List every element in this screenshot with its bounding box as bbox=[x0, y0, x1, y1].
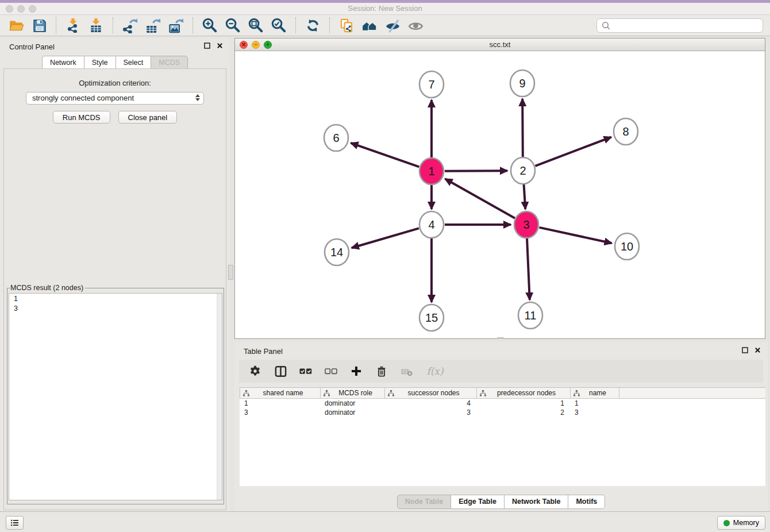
show-panels-button[interactable] bbox=[6, 516, 24, 530]
graph-edge-2-8[interactable] bbox=[536, 137, 611, 166]
close-panel-button[interactable]: Close panel bbox=[118, 111, 178, 124]
network-window-title: scc.txt bbox=[235, 38, 765, 51]
column-label: predecessor nodes bbox=[491, 389, 556, 397]
minimize-window-icon[interactable] bbox=[17, 5, 25, 13]
column-header-MCDS-role[interactable]: MCDS role bbox=[321, 388, 385, 398]
export-table-button[interactable] bbox=[141, 16, 164, 34]
zoom-fit-button[interactable] bbox=[244, 16, 267, 34]
panel-splitter-handle[interactable] bbox=[228, 265, 233, 280]
show-columns-button[interactable] bbox=[274, 364, 287, 378]
save-session-button[interactable] bbox=[28, 16, 51, 34]
graph-node-4[interactable]: 4 bbox=[419, 211, 444, 238]
show-all-views-button[interactable] bbox=[358, 16, 381, 34]
result-scrollbar[interactable] bbox=[217, 294, 222, 500]
search-field[interactable] bbox=[596, 18, 763, 33]
search-input[interactable] bbox=[614, 21, 763, 30]
copy-current-view-button[interactable] bbox=[335, 16, 358, 34]
graph-edge-4-14[interactable] bbox=[352, 228, 419, 248]
graph-canvas[interactable]: 7968124314101511 bbox=[235, 51, 765, 338]
main-toolbar bbox=[0, 15, 770, 36]
mcds-result-group: MCDS result (2 nodes) 1 3 bbox=[7, 284, 224, 504]
graph-edge-3-11[interactable] bbox=[527, 238, 530, 300]
graph-node-2[interactable]: 2 bbox=[511, 157, 535, 184]
svg-text:2: 2 bbox=[519, 164, 526, 177]
graph-edge-2-9[interactable] bbox=[522, 99, 523, 157]
import-table-button[interactable] bbox=[84, 16, 107, 34]
memory-button[interactable]: Memory bbox=[717, 516, 765, 530]
table-settings-button[interactable] bbox=[248, 364, 262, 378]
graph-node-14[interactable]: 14 bbox=[325, 239, 349, 265]
graph-edge-2-3[interactable] bbox=[523, 184, 525, 209]
export-image-icon bbox=[168, 18, 184, 33]
delete-column-button[interactable] bbox=[375, 364, 388, 378]
run-mcds-button[interactable]: Run MCDS bbox=[53, 111, 110, 124]
graph-node-1[interactable]: 1 bbox=[419, 158, 444, 184]
column-label: shared name bbox=[257, 389, 303, 397]
toolbar-separator bbox=[295, 17, 296, 33]
graph-node-8[interactable]: 8 bbox=[614, 118, 638, 145]
graph-node-10[interactable]: 10 bbox=[615, 233, 639, 260]
open-session-button[interactable] bbox=[5, 16, 28, 34]
maximize-window-icon[interactable] bbox=[29, 5, 36, 13]
table-cell: 2 bbox=[476, 408, 570, 417]
column-header-successor-nodes[interactable]: successor nodes bbox=[385, 388, 477, 398]
column-header-name[interactable]: name bbox=[571, 388, 619, 398]
zoom-out-button[interactable] bbox=[221, 16, 244, 34]
svg-text:8: 8 bbox=[622, 125, 629, 138]
tab-network-table[interactable]: Network Table bbox=[505, 495, 569, 509]
add-column-button[interactable] bbox=[349, 364, 363, 378]
graph-node-6[interactable]: 6 bbox=[324, 125, 348, 151]
network-close-icon[interactable]: ✕ bbox=[240, 41, 248, 49]
table-row[interactable]: 3dominator323 bbox=[240, 408, 765, 417]
function-builder-button[interactable]: f(x) bbox=[425, 364, 445, 378]
graph-node-15[interactable]: 15 bbox=[419, 304, 444, 331]
columns-icon bbox=[274, 365, 287, 378]
graph-edge-1-2[interactable] bbox=[445, 171, 507, 171]
graph-node-9[interactable]: 9 bbox=[510, 70, 534, 97]
close-panel-icon[interactable] bbox=[217, 43, 223, 49]
svg-text:1: 1 bbox=[428, 165, 434, 178]
export-network-button[interactable] bbox=[118, 16, 141, 34]
column-header-predecessor-nodes[interactable]: predecessor nodes bbox=[477, 388, 571, 398]
zoom-in-button[interactable] bbox=[198, 16, 221, 34]
hide-selected-button[interactable] bbox=[381, 16, 404, 34]
graph-node-3[interactable]: 3 bbox=[514, 211, 538, 238]
close-table-panel-icon[interactable] bbox=[754, 347, 761, 353]
delete-table-button[interactable] bbox=[400, 364, 414, 378]
node-table[interactable]: shared nameMCDS rolesuccessor nodesprede… bbox=[240, 387, 765, 486]
tab-motifs[interactable]: Motifs bbox=[568, 495, 605, 509]
window-resize-grip[interactable] bbox=[497, 337, 504, 339]
float-panel-icon[interactable] bbox=[204, 43, 210, 49]
network-maximize-icon[interactable]: + bbox=[264, 41, 272, 49]
graph-node-11[interactable]: 11 bbox=[518, 302, 542, 329]
table-panel-header: Table Panel bbox=[234, 342, 768, 358]
table-cell: 1 bbox=[240, 399, 320, 407]
unselect-all-columns-button[interactable] bbox=[324, 364, 338, 378]
zoom-selected-button[interactable] bbox=[267, 16, 290, 34]
graph-edge-3-10[interactable] bbox=[539, 228, 611, 243]
mcds-panel: Optimization criterion: strongly connect… bbox=[3, 68, 226, 510]
control-panel: Control Panel NetworkStyleSelectMCDS Opt… bbox=[0, 38, 230, 511]
optimization-criterion-select[interactable]: strongly connected component bbox=[26, 92, 204, 105]
status-bar: Memory bbox=[0, 511, 770, 532]
select-all-columns-button[interactable] bbox=[299, 364, 313, 378]
refresh-view-button[interactable] bbox=[301, 16, 324, 34]
memory-label: Memory bbox=[733, 519, 759, 527]
tab-edge-table[interactable]: Edge Table bbox=[451, 495, 505, 509]
column-label: successor nodes bbox=[402, 389, 459, 397]
graph-edge-3-1[interactable] bbox=[445, 179, 515, 218]
graph-edge-1-6[interactable] bbox=[351, 143, 419, 167]
export-image-button[interactable] bbox=[164, 16, 187, 34]
table-row[interactable]: 1dominator411 bbox=[240, 399, 765, 408]
float-table-panel-icon[interactable] bbox=[742, 347, 748, 353]
close-window-icon[interactable] bbox=[6, 5, 13, 13]
import-network-button[interactable] bbox=[61, 16, 84, 34]
graph-node-7[interactable]: 7 bbox=[419, 71, 444, 98]
tab-node-table[interactable]: Node Table bbox=[397, 495, 451, 509]
network-window-titlebar[interactable]: ✕ – + scc.txt bbox=[235, 38, 765, 51]
column-header-shared-name[interactable]: shared name bbox=[240, 388, 321, 398]
show-hidden-button[interactable] bbox=[404, 16, 427, 34]
network-minimize-icon[interactable]: – bbox=[252, 41, 260, 49]
mcds-result-lines: 1 3 bbox=[14, 295, 18, 313]
mcds-result-text[interactable]: 1 3 bbox=[9, 293, 222, 500]
